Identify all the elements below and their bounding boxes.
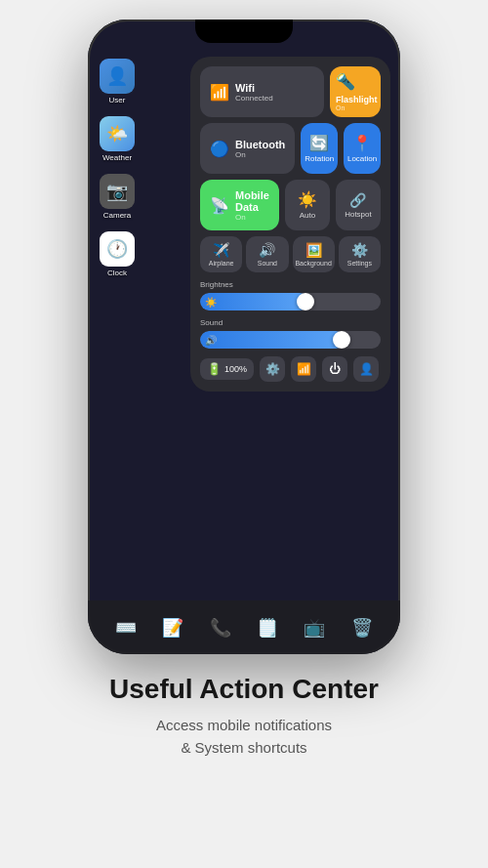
- wifi-text: Wifi Connected: [235, 82, 273, 103]
- dock-messages-icon[interactable]: 🗒️: [251, 611, 284, 644]
- battery-label: 100%: [224, 364, 247, 374]
- dock-notes-icon[interactable]: 📝: [156, 611, 189, 644]
- app-weather[interactable]: 🌤️ Weather: [100, 116, 135, 162]
- app-camera-label: Camera: [103, 211, 131, 220]
- battery-icon: 🔋: [207, 362, 222, 376]
- bluetooth-label: Bluetooth: [235, 139, 285, 150]
- home-screen-apps: 👤 User 🌤️ Weather 📷 Camera 🕐 Clock: [100, 59, 135, 277]
- phone-bezel: 👤 User 🌤️ Weather 📷 Camera 🕐 Clock: [88, 20, 400, 654]
- sound-btn[interactable]: 🔊 Sound: [246, 236, 288, 272]
- auto-label: Auto: [300, 211, 315, 220]
- bluetooth-icon: 🔵: [210, 140, 229, 158]
- brightness-track[interactable]: ☀️: [200, 293, 381, 310]
- settings-label: Settings: [347, 260, 372, 267]
- auto-icon: ☀️: [298, 190, 317, 209]
- mobile-data-tile[interactable]: 📡 Mobile Data On: [200, 180, 279, 230]
- footer-line2: & System shortcuts: [181, 739, 306, 756]
- mobile-data-label: Mobile Data: [235, 189, 269, 213]
- flashlight-label: Flashlight: [336, 95, 378, 104]
- sound-icon: 🔊: [259, 242, 275, 258]
- cc-icon-row: ✈️ Airplane 🔊 Sound 🖼️ Background ⚙️ Set…: [200, 236, 381, 272]
- wifi-status: Connected: [235, 94, 273, 103]
- auto-tile[interactable]: ☀️ Auto: [285, 180, 330, 230]
- hotspot-label: Hotspot: [345, 210, 372, 219]
- wifi-icon: 📶: [210, 83, 229, 102]
- control-center-panel: 📶 Wifi Connected 🔦 Flashlight On: [190, 57, 390, 392]
- background-icon: 🖼️: [305, 242, 322, 258]
- brightness-thumb[interactable]: [297, 293, 314, 310]
- phone-notch: [195, 20, 293, 43]
- sound-track[interactable]: 🔊: [200, 331, 381, 349]
- airplane-icon: ✈️: [213, 242, 229, 258]
- app-user-label: User: [109, 96, 126, 104]
- power-btn[interactable]: ⏻: [322, 356, 347, 382]
- app-clock-icon: 🕐: [100, 231, 135, 267]
- flashlight-icon: 🔦: [336, 72, 355, 91]
- settings-btn[interactable]: ⚙️ Settings: [339, 236, 381, 272]
- settings-icon: ⚙️: [351, 242, 368, 258]
- app-weather-label: Weather: [102, 153, 132, 162]
- cc-row-1: 📶 Wifi Connected 🔦 Flashlight On: [200, 66, 381, 117]
- brightness-label: Brightnes: [200, 280, 381, 289]
- hotspot-icon: 🔗: [349, 192, 366, 208]
- rotation-tile[interactable]: 🔄 Rotation: [301, 123, 338, 174]
- rotation-label: Rotation: [305, 154, 334, 163]
- footer-subtitle: Access mobile notifications & System sho…: [109, 715, 379, 759]
- sound-slider-label: Sound: [200, 318, 381, 327]
- app-user-icon: 👤: [100, 59, 135, 94]
- cc-bottom-bar: 🔋 100% ⚙️ 📶 ⏻ 👤: [200, 356, 381, 382]
- mobile-data-status: On: [235, 213, 269, 222]
- cc-row-2: 🔵 Bluetooth On 🔄 Rotation 📍 Location: [200, 123, 381, 174]
- bluetooth-tile[interactable]: 🔵 Bluetooth On: [200, 123, 295, 174]
- footer-line1: Access mobile notifications: [156, 717, 332, 733]
- dock-tv-icon[interactable]: 📺: [298, 611, 331, 644]
- sound-section: Sound 🔊: [200, 318, 381, 349]
- sound-fill: [200, 331, 345, 349]
- bluetooth-text: Bluetooth On: [235, 139, 285, 159]
- app-clock-label: Clock: [107, 269, 127, 277]
- app-camera[interactable]: 📷 Camera: [100, 174, 135, 220]
- wifi-label: Wifi: [235, 82, 273, 94]
- user-bottom-btn[interactable]: 👤: [353, 356, 379, 382]
- app-camera-icon: 📷: [100, 174, 135, 209]
- bluetooth-status: On: [235, 150, 285, 159]
- flashlight-status: On: [336, 104, 378, 111]
- app-user[interactable]: 👤 User: [100, 59, 135, 104]
- sound-thumb[interactable]: [333, 331, 350, 349]
- brightness-section: Brightnes ☀️: [200, 280, 381, 310]
- dock-keyboard-icon[interactable]: ⌨️: [109, 611, 142, 644]
- sound-slider-icon: 🔊: [205, 335, 217, 346]
- battery-badge: 🔋 100%: [200, 358, 254, 380]
- footer-section: Useful Action Center Access mobile notif…: [90, 674, 398, 759]
- airplane-btn[interactable]: ✈️ Airplane: [200, 236, 242, 272]
- brightness-icon: ☀️: [205, 297, 217, 308]
- gear-bottom-btn[interactable]: ⚙️: [260, 356, 285, 382]
- phone-dock: ⌨️ 📝 📞 🗒️ 📺 🗑️: [88, 600, 400, 654]
- mobile-data-icon: 📡: [210, 196, 229, 215]
- dock-phone-icon[interactable]: 📞: [204, 611, 237, 644]
- phone-frame: 👤 User 🌤️ Weather 📷 Camera 🕐 Clock: [88, 20, 400, 654]
- wifi-bottom-btn[interactable]: 📶: [291, 356, 316, 382]
- cc-row-3: 📡 Mobile Data On ☀️ Auto 🔗 Hotspot: [200, 180, 381, 230]
- wifi-tile[interactable]: 📶 Wifi Connected: [200, 66, 324, 117]
- mobile-data-text: Mobile Data On: [235, 189, 269, 222]
- background-btn[interactable]: 🖼️ Background: [293, 236, 335, 272]
- sound-label: Sound: [258, 260, 277, 267]
- hotspot-tile[interactable]: 🔗 Hotspot: [336, 180, 381, 230]
- dock-trash-icon[interactable]: 🗑️: [346, 611, 379, 644]
- location-tile[interactable]: 📍 Location: [344, 123, 381, 174]
- app-clock[interactable]: 🕐 Clock: [100, 231, 135, 277]
- background-label: Background: [295, 260, 331, 267]
- flashlight-tile[interactable]: 🔦 Flashlight On: [330, 66, 381, 117]
- flashlight-text: Flashlight On: [336, 95, 378, 111]
- rotation-icon: 🔄: [309, 134, 329, 152]
- location-icon: 📍: [352, 134, 372, 152]
- app-weather-icon: 🌤️: [100, 116, 135, 151]
- footer-title: Useful Action Center: [109, 674, 379, 705]
- location-label: Location: [347, 154, 377, 163]
- airplane-label: Airplane: [209, 260, 234, 267]
